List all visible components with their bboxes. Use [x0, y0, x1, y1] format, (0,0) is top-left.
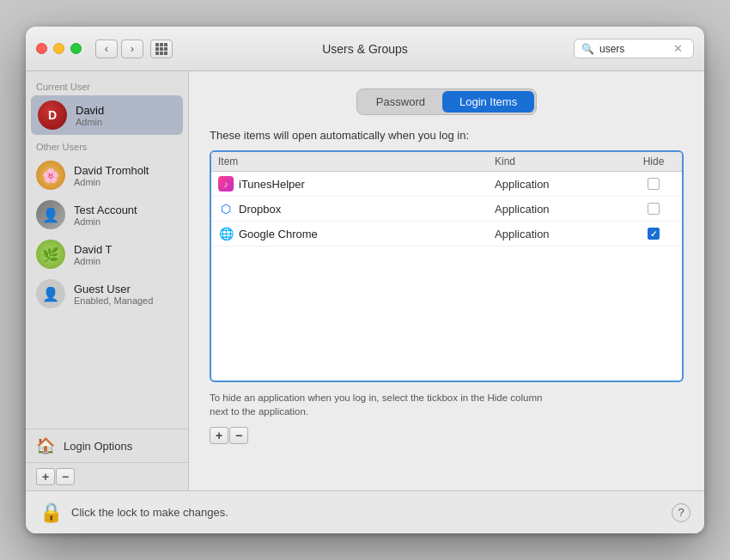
sidebar-bottom-controls: + −: [26, 462, 188, 490]
bottom-bar: 🔒 Click the lock to make changes. ?: [26, 490, 704, 533]
table-row[interactable]: 🌐 Google Chrome Application: [211, 222, 682, 247]
other-users-label: Other Users: [26, 142, 188, 155]
avatar-david: D: [38, 100, 67, 130]
row-kind-dropbox: Application: [495, 203, 632, 216]
content-area: Current User D David Admin Other Users 🌸…: [26, 71, 704, 490]
table-row[interactable]: ⬡ Dropbox Application: [211, 197, 682, 222]
user-name-david: David: [76, 104, 104, 117]
avatar-test-account: 👤: [36, 200, 65, 229]
user-role-david-t: Admin: [74, 256, 113, 266]
table-header: Item Kind Hide: [211, 152, 682, 172]
avatar-guest: 👤: [36, 279, 65, 308]
search-bar: 🔍 ✕: [574, 39, 694, 58]
user-name-guest: Guest User: [74, 283, 153, 295]
titlebar: ‹ › Users & Groups 🔍 ✕: [26, 27, 704, 71]
sidebar-item-david-tromholt[interactable]: 🌸 David Tromholt Admin: [26, 155, 188, 195]
checkbox-dropbox[interactable]: [648, 203, 660, 215]
sidebar-remove-button[interactable]: −: [56, 468, 75, 485]
help-button[interactable]: ?: [672, 503, 690, 522]
maximize-button[interactable]: [70, 43, 82, 54]
row-name-dropbox: Dropbox: [239, 203, 281, 216]
search-input[interactable]: [599, 43, 668, 55]
chrome-icon: 🌐: [218, 226, 234, 241]
user-name-test-account: Test Account: [74, 204, 137, 216]
checkbox-itunes[interactable]: [648, 178, 660, 190]
minimize-button[interactable]: [53, 43, 64, 54]
row-item-chrome: 🌐 Google Chrome: [218, 226, 495, 241]
row-hide-dropbox[interactable]: [632, 203, 675, 215]
tab-password[interactable]: Password: [359, 91, 442, 113]
user-info-david-t: David T Admin: [74, 243, 113, 266]
table-body: ♪ iTunesHelper Application ⬡ Dropbox: [211, 172, 682, 380]
forward-button[interactable]: ›: [121, 40, 143, 58]
nav-buttons: ‹ ›: [95, 40, 143, 58]
user-role-david-tromholt: Admin: [74, 177, 149, 187]
checkbox-chrome[interactable]: [648, 228, 660, 240]
grid-icon: [155, 43, 167, 55]
traffic-lights: [36, 43, 82, 54]
close-button[interactable]: [36, 43, 47, 54]
footer-note: To hide an application when you log in, …: [210, 391, 684, 418]
user-info-test-account: Test Account Admin: [74, 204, 137, 227]
tab-login-items[interactable]: Login Items: [442, 91, 534, 113]
user-role-david: Admin: [76, 117, 104, 127]
main-description: These items will open automatically when…: [210, 129, 684, 142]
sidebar-item-test-account[interactable]: 👤 Test Account Admin: [26, 195, 188, 234]
row-hide-itunes[interactable]: [632, 178, 675, 190]
dropbox-icon: ⬡: [218, 201, 234, 216]
row-item-itunes: ♪ iTunesHelper: [218, 176, 495, 192]
itunes-icon: ♪: [218, 176, 234, 192]
lock-text: Click the lock to make changes.: [71, 506, 228, 519]
user-info-david: David Admin: [76, 104, 104, 127]
main-panel: Password Login Items These items will op…: [189, 71, 704, 490]
lock-container[interactable]: 🔒 Click the lock to make changes.: [40, 502, 228, 524]
tabs: Password Login Items: [356, 88, 537, 115]
user-role-guest: Enabled, Managed: [74, 295, 153, 306]
user-name-david-t: David T: [74, 243, 113, 256]
current-user-label: Current User: [26, 82, 188, 95]
window-title: Users & Groups: [322, 42, 408, 56]
row-item-dropbox: ⬡ Dropbox: [218, 201, 495, 216]
sidebar-item-david-t[interactable]: 🌿 David T Admin: [26, 234, 188, 274]
row-hide-chrome[interactable]: [632, 228, 675, 240]
user-name-david-tromholt: David Tromholt: [74, 164, 149, 177]
row-name-chrome: Google Chrome: [239, 228, 318, 240]
row-name-itunes: iTunesHelper: [239, 178, 305, 191]
table-row[interactable]: ♪ iTunesHelper Application: [211, 172, 682, 197]
table-controls: + −: [210, 427, 684, 444]
avatar-david-tromholt: 🌸: [36, 161, 65, 190]
sidebar-item-guest[interactable]: 👤 Guest User Enabled, Managed: [26, 274, 188, 313]
user-info-david-tromholt: David Tromholt Admin: [74, 164, 149, 187]
user-info-guest: Guest User Enabled, Managed: [74, 283, 153, 306]
sidebar-item-david[interactable]: D David Admin: [31, 95, 183, 135]
house-icon: 🏠: [36, 436, 55, 455]
tabs-container: Password Login Items: [210, 88, 684, 115]
items-table: Item Kind Hide ♪ iTunesHelper Applicatio…: [210, 150, 684, 382]
row-kind-chrome: Application: [495, 228, 632, 240]
col-header-hide: Hide: [632, 155, 675, 167]
user-role-test-account: Admin: [74, 216, 137, 227]
apps-grid-button[interactable]: [150, 40, 173, 58]
add-item-button[interactable]: +: [210, 427, 228, 444]
remove-item-button[interactable]: −: [229, 427, 248, 444]
col-header-kind: Kind: [495, 155, 632, 167]
back-button[interactable]: ‹: [95, 40, 118, 58]
search-clear-button[interactable]: ✕: [673, 42, 683, 55]
lock-icon: 🔒: [40, 502, 63, 524]
sidebar: Current User D David Admin Other Users 🌸…: [26, 71, 189, 490]
main-window: ‹ › Users & Groups 🔍 ✕ Current User D: [26, 27, 704, 533]
row-kind-itunes: Application: [495, 178, 632, 191]
sidebar-add-button[interactable]: +: [36, 468, 55, 485]
col-header-item: Item: [218, 155, 495, 167]
login-options-item[interactable]: 🏠 Login Options: [26, 429, 188, 462]
login-options-label: Login Options: [64, 440, 132, 453]
avatar-david-t: 🌿: [36, 240, 65, 269]
search-icon: 🔍: [581, 43, 594, 55]
